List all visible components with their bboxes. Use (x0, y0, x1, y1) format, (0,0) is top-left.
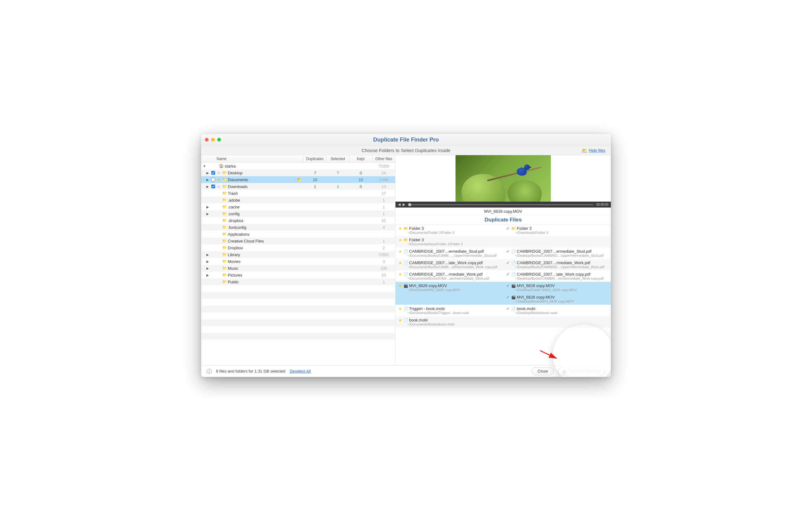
duplicate-cell[interactable]: ★📄CAMBRIDGE_2007…ermediate_Stud.pdf~/Doc… (396, 247, 503, 259)
remove-selected-button[interactable]: 🗑 Remove Selected (558, 367, 605, 375)
disclosure-triangle-icon[interactable]: ▶ (205, 171, 210, 175)
deselect-all-link[interactable]: Deselect All (290, 369, 311, 374)
tree-row[interactable]: ▶📁Movies3 (201, 258, 395, 265)
favorite-star-icon[interactable]: ★ (216, 184, 222, 189)
duplicate-row[interactable]: ★🎬MVI_6626 copy.MOV~/Documents/MVI_6626 … (396, 282, 611, 293)
video-controls[interactable]: ◀ ▶ 00:00:00 (396, 201, 611, 208)
tree-row[interactable] (201, 326, 395, 333)
col-other[interactable]: Other files (372, 155, 395, 162)
col-selected[interactable]: Selected (326, 155, 349, 162)
select-check-icon[interactable]: ✓ (505, 226, 510, 231)
disclosure-triangle-icon[interactable]: ▶ (205, 178, 210, 182)
keep-star-icon[interactable]: ★ (398, 306, 402, 311)
tree-row[interactable]: ▶★📁Desktop77024 (201, 169, 395, 176)
duplicate-cell[interactable]: ✓📄CAMBRIDGE_2007…rmediate_Work.pdf~/Desk… (503, 259, 611, 270)
folder-checkbox[interactable] (211, 178, 215, 182)
disclosure-triangle-icon[interactable]: ▶ (205, 260, 210, 263)
duplicate-cell[interactable] (503, 236, 611, 247)
duplicate-cell[interactable]: ★📁Folder 3~/Documents/Folder 2/Folder 3 (396, 224, 503, 236)
tree-row[interactable] (201, 306, 395, 313)
disclosure-triangle-icon[interactable]: ▶ (205, 267, 210, 270)
tree-row[interactable] (201, 292, 395, 299)
disclosure-triangle-icon[interactable]: ▼ (202, 164, 207, 168)
tree-row[interactable]: ▶📁.adobe1 (201, 197, 395, 204)
folder-checkbox[interactable] (211, 171, 215, 175)
tree-row[interactable]: ▶📁.fontconfig4 (201, 224, 395, 231)
duplicate-cell[interactable] (503, 316, 611, 328)
close-window-button[interactable] (205, 138, 209, 141)
keep-star-icon[interactable]: ★ (398, 318, 402, 322)
duplicate-files-list[interactable]: ★📁Folder 3~/Documents/Folder 2/Folder 3✓… (396, 224, 611, 365)
favorite-star-icon[interactable]: ★ (216, 178, 222, 182)
disclosure-triangle-icon[interactable]: ▶ (205, 273, 210, 277)
tree-row[interactable] (201, 340, 395, 347)
duplicate-row[interactable]: ★📄book.mobi~/Documents/Books/book.mobi (396, 316, 611, 328)
duplicate-cell[interactable]: ★📄CAMBRIDGE_2007…rmediate_Work.pdf~/Docu… (396, 270, 503, 282)
duplicate-cell[interactable]: ✓🎬MVI_6626 copy.MOV~/Desktop/Folder 4/MV… (503, 282, 611, 293)
tree-row[interactable]: ▼🏠starka75359 (201, 163, 395, 169)
select-check-icon[interactable]: ✓ (505, 284, 510, 288)
duplicate-cell[interactable]: ✓📄CAMBRIDGE_2007…ermediate_Stud.pdf~/Des… (503, 247, 611, 259)
select-check-icon[interactable]: ✓ (505, 249, 510, 253)
tree-row[interactable]: ▶★📁Downloads11013 (201, 183, 395, 190)
select-check-icon[interactable]: ✓ (505, 261, 510, 265)
tree-row[interactable]: ▶📁Trash27 (201, 190, 395, 197)
tree-row[interactable]: ▶📁Creative Cloud Files1 (201, 238, 395, 244)
hide-files-link[interactable]: 📂 Hide files (582, 148, 605, 153)
select-check-icon[interactable]: ✓ (505, 306, 510, 311)
duplicate-row[interactable]: ★📄CAMBRIDGE_2007…iate_Work copy.pdf~/Doc… (396, 259, 611, 270)
keep-star-icon[interactable]: ★ (398, 249, 402, 253)
tree-row[interactable] (201, 333, 395, 340)
disclosure-triangle-icon[interactable]: ▶ (205, 185, 210, 188)
tree-row[interactable] (201, 313, 395, 319)
folder-tree[interactable]: ▼🏠starka75359▶★📁Desktop77024▶★📁Documents… (201, 163, 395, 365)
minimize-window-button[interactable] (211, 138, 215, 141)
disclosure-triangle-icon[interactable]: ▶ (205, 205, 210, 209)
duplicate-row[interactable]: ★📁Folder 3~/Documents/Asya/Folder 1/Fold… (396, 236, 611, 247)
tree-row[interactable]: ▶📁.cache1 (201, 204, 395, 210)
keep-star-icon[interactable]: ★ (398, 226, 402, 231)
duplicate-row[interactable]: ✓🎬MVI_6626 copy.MOV~/Desktop/Books/MVI_6… (396, 293, 611, 305)
tree-row[interactable]: ▶📁Pictures33 (201, 272, 395, 278)
duplicate-row[interactable]: ★📁Folder 3~/Documents/Folder 2/Folder 3✓… (396, 224, 611, 236)
keep-star-icon[interactable]: ★ (398, 284, 402, 288)
select-check-icon[interactable]: ✓ (505, 295, 510, 299)
favorite-star-icon[interactable]: ★ (216, 171, 222, 175)
duplicate-row[interactable]: ★📄Triggeri - book.mobi~/Documents/Books/… (396, 305, 611, 316)
disclosure-triangle-icon[interactable]: ▶ (205, 253, 210, 257)
folder-checkbox[interactable] (211, 185, 215, 188)
duplicate-cell[interactable]: ★📁Folder 3~/Documents/Asya/Folder 1/Fold… (396, 236, 503, 247)
tree-row[interactable]: ▶📁Dropbox2 (201, 244, 395, 251)
tree-row[interactable] (201, 299, 395, 306)
disclosure-triangle-icon[interactable]: ▶ (205, 212, 210, 216)
tree-row[interactable]: ▶📁.dropbox42 (201, 217, 395, 224)
duplicate-row[interactable]: ★📄CAMBRIDGE_2007…ermediate_Stud.pdf~/Doc… (396, 247, 611, 259)
duplicate-cell[interactable]: ★📄book.mobi~/Documents/Books/book.mobi (396, 316, 503, 328)
tree-row[interactable] (201, 285, 395, 292)
seek-bar[interactable] (408, 204, 594, 205)
close-button[interactable]: Close (532, 367, 554, 375)
duplicate-cell[interactable]: ★📄Triggeri - book.mobi~/Documents/Books/… (396, 305, 503, 316)
select-check-icon[interactable]: ✓ (505, 272, 510, 276)
duplicate-cell[interactable]: ✓📁Folder 3~/Downloads/Folder 3 (503, 224, 611, 236)
duplicate-cell[interactable] (396, 293, 503, 305)
info-icon[interactable]: i (207, 369, 212, 374)
duplicate-cell[interactable]: ✓🎬MVI_6626 copy.MOV~/Desktop/Books/MVI_6… (503, 293, 611, 305)
col-name[interactable]: Name (201, 155, 303, 162)
tree-row[interactable]: ▶★📁Documents📂10101399 (201, 176, 395, 183)
tree-row[interactable]: ▶📁Library73551 (201, 251, 395, 258)
tree-row[interactable] (201, 319, 395, 326)
duplicate-cell[interactable]: ★📄CAMBRIDGE_2007…iate_Work copy.pdf~/Doc… (396, 259, 503, 270)
keep-star-icon[interactable]: ★ (398, 261, 402, 265)
duplicate-cell[interactable]: ✓📄book.mobi~/Desktop/Books/book.mobi (503, 305, 611, 316)
tree-row[interactable]: ▶📁Public1 (201, 278, 395, 285)
col-duplicates[interactable]: Duplicates (303, 155, 326, 162)
zoom-window-button[interactable] (217, 138, 221, 141)
duplicate-cell[interactable]: ★🎬MVI_6626 copy.MOV~/Documents/MVI_6626 … (396, 282, 503, 293)
prev-play-icon[interactable]: ◀ ▶ (398, 203, 406, 207)
col-kept[interactable]: Kept (349, 155, 372, 162)
duplicate-row[interactable]: ★📄CAMBRIDGE_2007…rmediate_Work.pdf~/Docu… (396, 270, 611, 282)
keep-star-icon[interactable]: ★ (398, 272, 402, 276)
keep-star-icon[interactable]: ★ (398, 238, 402, 242)
duplicate-cell[interactable]: ✓📄CAMBRIDGE_2007…iate_Work copy.pdf~/Des… (503, 270, 611, 282)
